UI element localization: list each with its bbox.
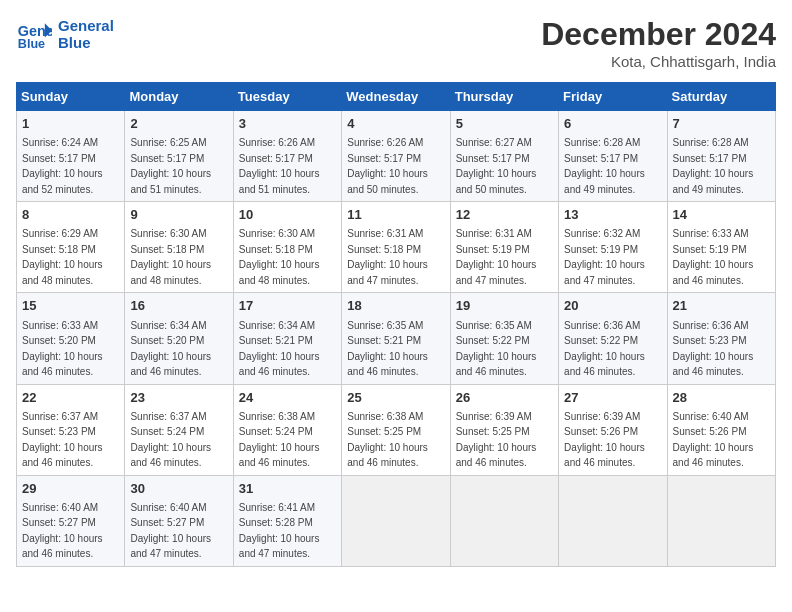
calendar-cell: 29 Sunrise: 6:40 AMSunset: 5:27 PMDaylig… (17, 475, 125, 566)
calendar-cell (667, 475, 775, 566)
calendar-cell: 13 Sunrise: 6:32 AMSunset: 5:19 PMDaylig… (559, 202, 667, 293)
day-number: 14 (673, 206, 770, 224)
calendar-cell: 6 Sunrise: 6:28 AMSunset: 5:17 PMDayligh… (559, 111, 667, 202)
calendar-cell: 7 Sunrise: 6:28 AMSunset: 5:17 PMDayligh… (667, 111, 775, 202)
calendar-cell: 27 Sunrise: 6:39 AMSunset: 5:26 PMDaylig… (559, 384, 667, 475)
calendar-week-row: 15 Sunrise: 6:33 AMSunset: 5:20 PMDaylig… (17, 293, 776, 384)
calendar-cell: 20 Sunrise: 6:36 AMSunset: 5:22 PMDaylig… (559, 293, 667, 384)
day-info: Sunrise: 6:36 AMSunset: 5:22 PMDaylight:… (564, 320, 645, 378)
calendar-cell: 12 Sunrise: 6:31 AMSunset: 5:19 PMDaylig… (450, 202, 558, 293)
weekday-header: Friday (559, 83, 667, 111)
calendar-cell: 16 Sunrise: 6:34 AMSunset: 5:20 PMDaylig… (125, 293, 233, 384)
day-number: 6 (564, 115, 661, 133)
day-number: 22 (22, 389, 119, 407)
day-info: Sunrise: 6:26 AMSunset: 5:17 PMDaylight:… (239, 137, 320, 195)
day-info: Sunrise: 6:40 AMSunset: 5:27 PMDaylight:… (130, 502, 211, 560)
weekday-header: Sunday (17, 83, 125, 111)
day-info: Sunrise: 6:35 AMSunset: 5:21 PMDaylight:… (347, 320, 428, 378)
day-info: Sunrise: 6:39 AMSunset: 5:25 PMDaylight:… (456, 411, 537, 469)
day-info: Sunrise: 6:37 AMSunset: 5:24 PMDaylight:… (130, 411, 211, 469)
day-number: 7 (673, 115, 770, 133)
day-info: Sunrise: 6:41 AMSunset: 5:28 PMDaylight:… (239, 502, 320, 560)
day-info: Sunrise: 6:30 AMSunset: 5:18 PMDaylight:… (130, 228, 211, 286)
day-info: Sunrise: 6:24 AMSunset: 5:17 PMDaylight:… (22, 137, 103, 195)
day-number: 29 (22, 480, 119, 498)
title-block: December 2024 Kota, Chhattisgarh, India (541, 16, 776, 70)
calendar-cell: 10 Sunrise: 6:30 AMSunset: 5:18 PMDaylig… (233, 202, 341, 293)
day-info: Sunrise: 6:38 AMSunset: 5:25 PMDaylight:… (347, 411, 428, 469)
day-info: Sunrise: 6:40 AMSunset: 5:26 PMDaylight:… (673, 411, 754, 469)
weekday-header: Tuesday (233, 83, 341, 111)
day-number: 12 (456, 206, 553, 224)
calendar-cell: 5 Sunrise: 6:27 AMSunset: 5:17 PMDayligh… (450, 111, 558, 202)
calendar-cell (450, 475, 558, 566)
day-number: 4 (347, 115, 444, 133)
calendar-cell: 17 Sunrise: 6:34 AMSunset: 5:21 PMDaylig… (233, 293, 341, 384)
day-number: 8 (22, 206, 119, 224)
weekday-header-row: SundayMondayTuesdayWednesdayThursdayFrid… (17, 83, 776, 111)
day-info: Sunrise: 6:25 AMSunset: 5:17 PMDaylight:… (130, 137, 211, 195)
calendar-cell: 31 Sunrise: 6:41 AMSunset: 5:28 PMDaylig… (233, 475, 341, 566)
calendar-week-row: 22 Sunrise: 6:37 AMSunset: 5:23 PMDaylig… (17, 384, 776, 475)
calendar-cell: 18 Sunrise: 6:35 AMSunset: 5:21 PMDaylig… (342, 293, 450, 384)
day-number: 1 (22, 115, 119, 133)
day-info: Sunrise: 6:34 AMSunset: 5:21 PMDaylight:… (239, 320, 320, 378)
day-number: 26 (456, 389, 553, 407)
day-info: Sunrise: 6:37 AMSunset: 5:23 PMDaylight:… (22, 411, 103, 469)
calendar-cell: 3 Sunrise: 6:26 AMSunset: 5:17 PMDayligh… (233, 111, 341, 202)
day-number: 30 (130, 480, 227, 498)
day-info: Sunrise: 6:31 AMSunset: 5:19 PMDaylight:… (456, 228, 537, 286)
day-number: 27 (564, 389, 661, 407)
calendar-cell: 22 Sunrise: 6:37 AMSunset: 5:23 PMDaylig… (17, 384, 125, 475)
calendar-week-row: 29 Sunrise: 6:40 AMSunset: 5:27 PMDaylig… (17, 475, 776, 566)
day-number: 23 (130, 389, 227, 407)
day-number: 21 (673, 297, 770, 315)
logo: General Blue General Blue (16, 16, 114, 52)
weekday-header: Thursday (450, 83, 558, 111)
day-number: 28 (673, 389, 770, 407)
calendar-cell: 19 Sunrise: 6:35 AMSunset: 5:22 PMDaylig… (450, 293, 558, 384)
day-number: 9 (130, 206, 227, 224)
day-number: 16 (130, 297, 227, 315)
day-info: Sunrise: 6:35 AMSunset: 5:22 PMDaylight:… (456, 320, 537, 378)
weekday-header: Monday (125, 83, 233, 111)
calendar-cell (342, 475, 450, 566)
calendar-cell: 28 Sunrise: 6:40 AMSunset: 5:26 PMDaylig… (667, 384, 775, 475)
day-number: 20 (564, 297, 661, 315)
logo-general: General (58, 17, 114, 34)
calendar-cell: 25 Sunrise: 6:38 AMSunset: 5:25 PMDaylig… (342, 384, 450, 475)
day-number: 13 (564, 206, 661, 224)
day-number: 17 (239, 297, 336, 315)
calendar-cell: 2 Sunrise: 6:25 AMSunset: 5:17 PMDayligh… (125, 111, 233, 202)
day-number: 18 (347, 297, 444, 315)
day-info: Sunrise: 6:26 AMSunset: 5:17 PMDaylight:… (347, 137, 428, 195)
calendar-cell: 4 Sunrise: 6:26 AMSunset: 5:17 PMDayligh… (342, 111, 450, 202)
page-header: General Blue General Blue December 2024 … (16, 16, 776, 70)
day-number: 10 (239, 206, 336, 224)
calendar-cell: 1 Sunrise: 6:24 AMSunset: 5:17 PMDayligh… (17, 111, 125, 202)
day-info: Sunrise: 6:40 AMSunset: 5:27 PMDaylight:… (22, 502, 103, 560)
weekday-header: Wednesday (342, 83, 450, 111)
day-number: 31 (239, 480, 336, 498)
day-number: 15 (22, 297, 119, 315)
day-number: 24 (239, 389, 336, 407)
calendar-week-row: 1 Sunrise: 6:24 AMSunset: 5:17 PMDayligh… (17, 111, 776, 202)
logo-icon: General Blue (16, 16, 52, 52)
day-number: 25 (347, 389, 444, 407)
calendar-cell: 11 Sunrise: 6:31 AMSunset: 5:18 PMDaylig… (342, 202, 450, 293)
calendar-cell (559, 475, 667, 566)
day-number: 11 (347, 206, 444, 224)
location: Kota, Chhattisgarh, India (541, 53, 776, 70)
calendar-cell: 8 Sunrise: 6:29 AMSunset: 5:18 PMDayligh… (17, 202, 125, 293)
day-number: 19 (456, 297, 553, 315)
day-number: 2 (130, 115, 227, 133)
calendar-cell: 14 Sunrise: 6:33 AMSunset: 5:19 PMDaylig… (667, 202, 775, 293)
month-title: December 2024 (541, 16, 776, 53)
day-info: Sunrise: 6:32 AMSunset: 5:19 PMDaylight:… (564, 228, 645, 286)
calendar-cell: 30 Sunrise: 6:40 AMSunset: 5:27 PMDaylig… (125, 475, 233, 566)
weekday-header: Saturday (667, 83, 775, 111)
day-info: Sunrise: 6:34 AMSunset: 5:20 PMDaylight:… (130, 320, 211, 378)
day-info: Sunrise: 6:30 AMSunset: 5:18 PMDaylight:… (239, 228, 320, 286)
logo-blue: Blue (58, 34, 114, 51)
day-info: Sunrise: 6:28 AMSunset: 5:17 PMDaylight:… (564, 137, 645, 195)
